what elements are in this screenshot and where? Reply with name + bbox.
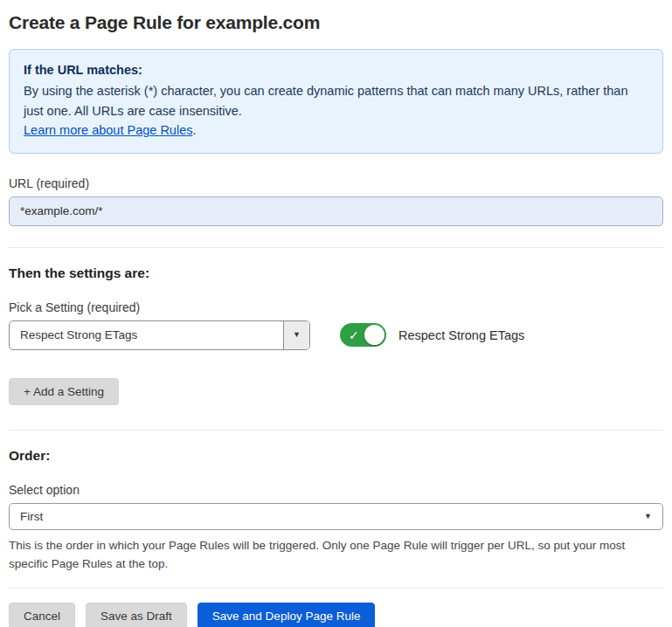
page-rule-form: Create a Page Rule for example.com If th… [0, 0, 672, 627]
check-icon: ✓ [349, 329, 359, 341]
learn-more-link[interactable]: Learn more about Page Rules [24, 123, 192, 137]
order-label: Select option [9, 483, 663, 497]
etags-toggle-label: Respect Strong ETags [398, 328, 524, 342]
etags-toggle[interactable]: ✓ [340, 323, 386, 347]
page-title: Create a Page Rule for example.com [9, 12, 663, 33]
info-box-heading: If the URL matches: [24, 60, 648, 79]
save-deploy-button[interactable]: Save and Deploy Page Rule [197, 603, 376, 627]
link-suffix: . [192, 123, 196, 137]
setting-select-arrow-button[interactable]: ▼ [283, 321, 309, 349]
footer-actions: Cancel Save as Draft Save and Deploy Pag… [9, 603, 663, 627]
divider [9, 430, 663, 431]
pick-setting-label: Pick a Setting (required) [9, 300, 663, 314]
order-help-text: This is the order in which your Page Rul… [9, 536, 660, 574]
url-label: URL (required) [9, 176, 663, 190]
url-input[interactable] [9, 196, 663, 226]
order-select[interactable]: First ▼ [9, 503, 663, 530]
chevron-down-icon: ▼ [644, 513, 652, 520]
setting-select-value: Respect Strong ETags [10, 321, 283, 349]
cancel-button[interactable]: Cancel [9, 603, 75, 627]
order-section-heading: Order: [9, 448, 663, 464]
etags-toggle-group: ✓ Respect Strong ETags [340, 323, 524, 347]
add-setting-button[interactable]: + Add a Setting [9, 378, 119, 405]
divider [9, 247, 663, 248]
setting-row: Respect Strong ETags ▼ ✓ Respect Strong … [9, 320, 663, 350]
divider [9, 588, 663, 589]
url-match-info-box: If the URL matches: By using the asteris… [9, 49, 663, 154]
chevron-down-icon: ▼ [293, 331, 301, 339]
settings-section-heading: Then the settings are: [9, 265, 663, 281]
save-draft-button[interactable]: Save as Draft [86, 603, 187, 627]
setting-select[interactable]: Respect Strong ETags ▼ [9, 320, 310, 350]
info-box-body: By using the asterisk (*) character, you… [24, 81, 635, 121]
order-select-value: First [20, 510, 43, 523]
toggle-knob [364, 325, 384, 345]
info-box-link-line: Learn more about Page Rules. [24, 121, 648, 140]
